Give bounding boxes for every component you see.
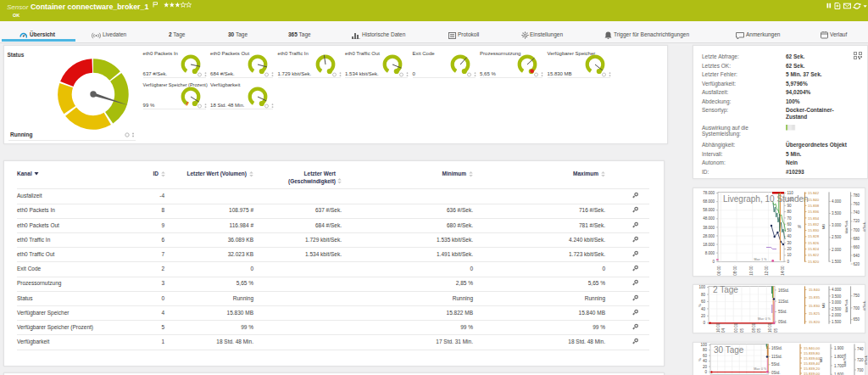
svg-text:10: 10	[787, 253, 793, 257]
svg-text:15.839,00: 15.839,00	[804, 371, 821, 375]
svg-text:68.000: 68.000	[703, 199, 715, 204]
svg-text:1.900: 1.900	[834, 345, 844, 350]
svg-text:Max: 0 %: Max: 0 %	[758, 317, 771, 321]
svg-text:100: 100	[700, 343, 707, 347]
svg-text:15.839,80: 15.839,80	[804, 350, 821, 355]
svg-text:15.824: 15.824	[808, 247, 820, 251]
svg-text:11Std.: 11Std.	[771, 354, 782, 358]
svg-text:760: 760	[854, 202, 860, 206]
svg-text:5Std.: 5Std.	[778, 310, 787, 314]
svg-text:kbit/Sek.: kbit/Sek.	[844, 220, 849, 233]
svg-text:70: 70	[787, 216, 793, 221]
svg-text:15.832: 15.832	[808, 222, 820, 227]
svg-text:15.825: 15.825	[809, 311, 821, 316]
svg-text:05: 05	[757, 327, 761, 333]
svg-text:4.000: 4.000	[832, 199, 842, 204]
svg-text:00:00: 00:00	[734, 322, 738, 333]
svg-text:1.500: 1.500	[832, 260, 842, 264]
svg-text:15.840,00: 15.840,00	[804, 345, 821, 350]
svg-text:15.820: 15.820	[808, 260, 820, 264]
svg-text:15.830: 15.830	[808, 228, 820, 232]
svg-text:14:00: 14:00	[781, 266, 785, 276]
svg-text:10:00: 10:00	[749, 266, 754, 276]
svg-text:60: 60	[787, 222, 793, 227]
svg-text:16Std.: 16Std.	[778, 288, 789, 293]
svg-text:3.000: 3.000	[832, 223, 842, 227]
svg-text:58.000: 58.000	[703, 208, 715, 212]
svg-text:08:00: 08:00	[752, 322, 756, 333]
svg-text:780: 780	[854, 193, 860, 198]
svg-text:15.838: 15.838	[808, 204, 820, 208]
svg-text:16:00: 16:00	[768, 322, 772, 333]
svg-text:15.839,60: 15.839,60	[804, 355, 821, 360]
svg-text:700: 700	[857, 367, 864, 372]
svg-text:MB: MB	[819, 356, 823, 362]
svg-text:%: %	[798, 225, 801, 229]
svg-text:18.000: 18.000	[703, 243, 715, 247]
svg-text:15.826: 15.826	[808, 241, 820, 245]
svg-text:740: 740	[854, 210, 860, 215]
svg-text:100: 100	[698, 285, 705, 289]
svg-text:kbit/Sek.: kbit/Sek.	[843, 352, 847, 366]
svg-text:15.836: 15.836	[808, 210, 820, 214]
svg-text:MB: MB	[821, 303, 826, 309]
svg-text:720: 720	[854, 219, 860, 223]
svg-text:38.000: 38.000	[703, 226, 715, 230]
svg-text:#/Sek.: #/Sek.	[864, 354, 868, 364]
svg-text:15.822: 15.822	[808, 253, 820, 257]
svg-text:8.000: 8.000	[705, 251, 715, 255]
svg-text:%: %	[698, 304, 702, 307]
svg-text:16:00: 16:00	[716, 322, 721, 333]
svg-text:11Std.: 11Std.	[778, 299, 789, 304]
svg-text:06:00: 06:00	[718, 266, 722, 276]
svg-text:48.000: 48.000	[703, 216, 715, 221]
svg-text:650: 650	[854, 317, 860, 322]
svg-text:2.500: 2.500	[832, 307, 842, 311]
svg-text:80: 80	[701, 293, 706, 297]
svg-text:05: 05	[774, 327, 778, 333]
svg-text:700: 700	[854, 228, 860, 232]
svg-text:3.500: 3.500	[832, 211, 842, 215]
svg-text:Max: 1 %: Max: 1 %	[754, 258, 768, 261]
svg-text:660: 660	[854, 245, 860, 249]
svg-text:0: 0	[704, 369, 707, 373]
svg-text:15.834: 15.834	[808, 216, 820, 221]
svg-text:40: 40	[703, 359, 708, 363]
svg-text:15.828: 15.828	[808, 234, 820, 238]
svg-text:1.600: 1.600	[834, 372, 844, 375]
svg-text:%: %	[698, 357, 702, 361]
svg-text:620: 620	[854, 262, 860, 266]
svg-text:20: 20	[701, 314, 706, 318]
svg-text:740: 740	[857, 347, 864, 351]
svg-text:15.835: 15.835	[809, 295, 821, 299]
svg-text:15.839,20: 15.839,20	[804, 366, 821, 370]
svg-text:750: 750	[854, 294, 860, 298]
svg-text:08:00: 08:00	[733, 266, 737, 276]
svg-text:640: 640	[854, 254, 860, 258]
svg-text:0: 0	[787, 260, 790, 264]
svg-text:80: 80	[703, 348, 708, 352]
svg-text:12:00: 12:00	[765, 266, 769, 276]
svg-text:2.000: 2.000	[832, 313, 842, 317]
svg-text:15.820: 15.820	[809, 320, 821, 324]
svg-text:3.500: 3.500	[832, 294, 842, 299]
svg-text:#/Sek.: #/Sek.	[862, 221, 866, 232]
svg-text:0: 0	[712, 260, 715, 264]
svg-text:700: 700	[854, 306, 860, 311]
svg-text:15.842: 15.842	[808, 191, 820, 195]
svg-text:4.000: 4.000	[832, 288, 842, 292]
svg-text:680: 680	[854, 237, 860, 241]
svg-text:40: 40	[787, 234, 793, 238]
svg-text:60: 60	[701, 299, 706, 304]
svg-text:kbit/Sek.: kbit/Sek.	[844, 299, 849, 312]
svg-text:#/Sek.: #/Sek.	[862, 300, 866, 311]
svg-text:28.000: 28.000	[703, 234, 715, 238]
svg-text:16Std.: 16Std.	[771, 346, 782, 350]
svg-text:15.840: 15.840	[808, 198, 820, 202]
svg-text:0Std.: 0Std.	[778, 320, 787, 324]
svg-text:90: 90	[787, 204, 793, 208]
svg-text:0: 0	[703, 321, 705, 325]
svg-text:04: 04	[721, 327, 726, 333]
svg-text:5Std.: 5Std.	[771, 362, 781, 367]
svg-text:0Std.: 0Std.	[771, 370, 781, 374]
